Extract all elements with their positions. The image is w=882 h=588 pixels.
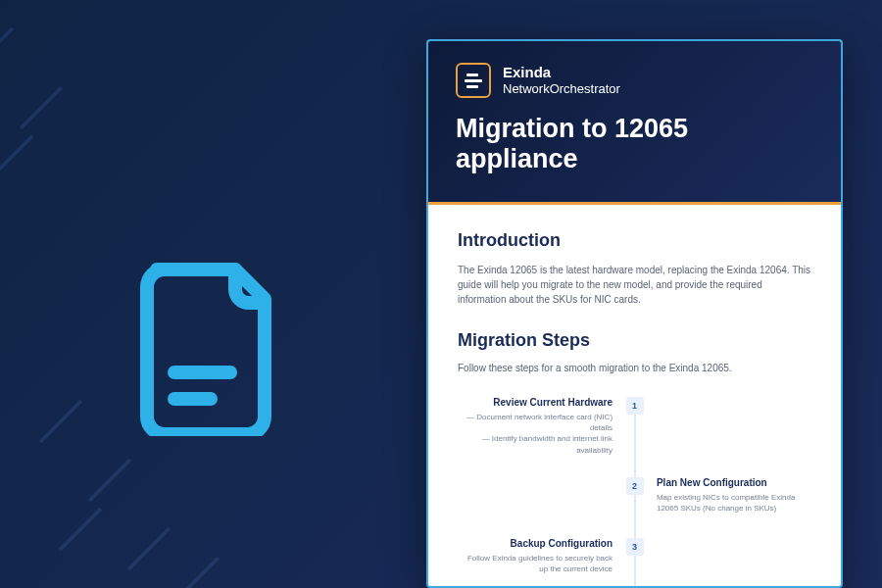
step-number-badge: 2	[626, 477, 644, 495]
step-2: 2 Plan New Configuration Map existing NI…	[458, 477, 811, 516]
document-header: Exinda NetworkOrchestrator Migration to …	[428, 41, 841, 205]
brand-product: NetworkOrchestrator	[503, 81, 620, 97]
document-title: Migration to 12065 appliance	[456, 114, 813, 174]
brand-name: Exinda	[503, 64, 620, 81]
step-1: Review Current Hardware — Document netwo…	[458, 397, 811, 456]
intro-heading: Introduction	[458, 230, 811, 251]
step-desc: — Document network interface card (NIC) …	[458, 412, 612, 456]
document-preview-card: Exinda NetworkOrchestrator Migration to …	[426, 39, 843, 588]
step-title: Backup Configuration	[458, 538, 612, 549]
step-number-badge: 3	[626, 538, 644, 556]
brand-logo-icon	[456, 63, 491, 98]
steps-heading: Migration Steps	[458, 330, 811, 351]
step-number-badge: 1	[626, 397, 644, 415]
brand-text: Exinda NetworkOrchestrator	[503, 64, 620, 97]
step-title: Review Current Hardware	[458, 397, 612, 408]
brand-row: Exinda NetworkOrchestrator	[456, 63, 813, 98]
intro-text: The Exinda 12065 is the latest hardware …	[458, 263, 811, 307]
document-icon	[137, 260, 284, 436]
document-body: Introduction The Exinda 12065 is the lat…	[428, 205, 841, 588]
step-title: Plan New Configuration	[657, 477, 811, 488]
step-desc: Follow Exinda guidelines to securely bac…	[458, 553, 612, 574]
timeline: Review Current Hardware — Document netwo…	[458, 393, 811, 588]
step-desc: Map existing NICs to compatible Exinda 1…	[657, 492, 811, 514]
step-3: Backup Configuration Follow Exinda guide…	[458, 538, 811, 577]
steps-intro: Follow these steps for a smooth migratio…	[458, 363, 811, 373]
